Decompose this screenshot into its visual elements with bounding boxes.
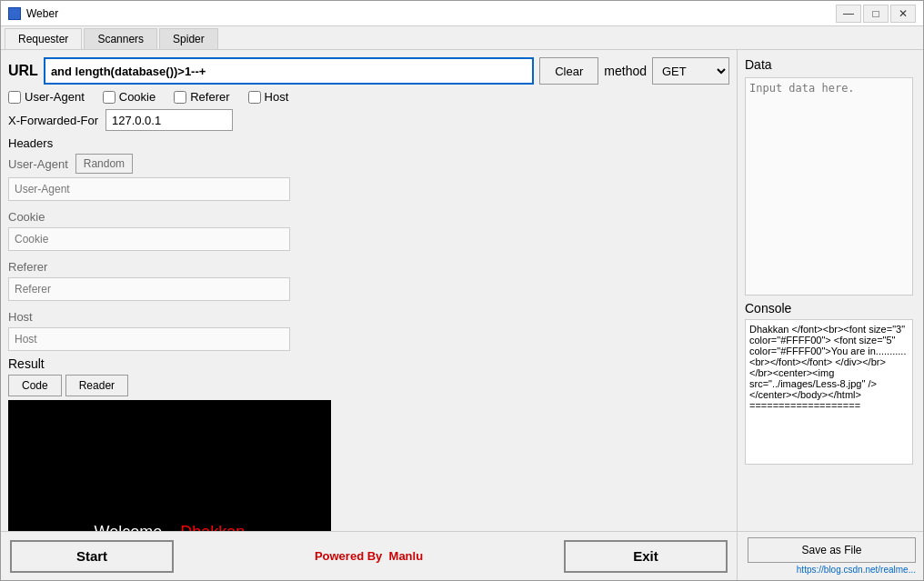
minimize-button[interactable]: — xyxy=(836,5,861,23)
tab-requester[interactable]: Requester xyxy=(5,28,82,49)
xforward-label: X-Forwarded-For xyxy=(8,114,98,127)
result-tabs: Code Reader xyxy=(8,375,345,396)
start-button[interactable]: Start xyxy=(10,540,174,573)
checkbox-row: User-Agent Cookie Referer Host xyxy=(8,90,729,104)
host-checkbox[interactable] xyxy=(248,91,261,104)
referer-label: Referer xyxy=(8,260,729,274)
result-line1: Welcome Dhakkan xyxy=(95,523,246,531)
user-agent-checkbox-item: User-Agent xyxy=(8,90,85,104)
code-tab[interactable]: Code xyxy=(8,375,62,396)
exit-button[interactable]: Exit xyxy=(564,540,728,573)
cookie-label: Cookie xyxy=(8,210,729,224)
host-checkbox-item: Host xyxy=(248,90,289,104)
result-title: Result xyxy=(8,356,345,371)
cookie-checkbox[interactable] xyxy=(103,91,116,104)
tab-bar: Requester Scanners Spider xyxy=(1,26,923,50)
bottom-row-inner: Start Powered By Manlu Exit xyxy=(1,532,737,580)
url-input[interactable] xyxy=(44,57,534,85)
right-sidebar-bottom: Save as File https://blog.csdn.net/realm… xyxy=(737,532,923,580)
headers-title: Headers xyxy=(8,136,729,150)
close-button[interactable]: ✕ xyxy=(890,5,916,23)
random-button[interactable]: Random xyxy=(75,154,133,174)
result-panel: Result Code Reader Welcome Dhakkan You a… xyxy=(8,356,345,531)
headers-section: Headers User-Agent Random Cookie Referer… xyxy=(8,136,729,351)
host-label: Host xyxy=(8,310,729,324)
console-title: Console xyxy=(745,301,916,316)
status-url: https://blog.csdn.net/realme... xyxy=(797,565,916,575)
user-agent-row-label: User-Agent xyxy=(8,157,68,171)
referer-checkbox[interactable] xyxy=(174,91,186,104)
window-title: Weber xyxy=(26,7,58,20)
save-as-file-button[interactable]: Save as File xyxy=(748,537,916,563)
referer-input[interactable] xyxy=(8,277,290,301)
host-input[interactable] xyxy=(8,327,290,351)
powered-by: Powered By Manlu xyxy=(315,549,423,563)
maximize-button[interactable]: □ xyxy=(863,5,889,23)
app-icon xyxy=(8,7,21,20)
xforward-input[interactable] xyxy=(105,109,233,131)
cookie-checkbox-item: Cookie xyxy=(103,90,156,104)
tab-scanners[interactable]: Scanners xyxy=(84,28,157,49)
reader-tab[interactable]: Reader xyxy=(65,375,128,396)
content-area: URL Clear method GET POST PUT DELETE HEA… xyxy=(1,50,923,531)
tab-spider[interactable]: Spider xyxy=(159,28,218,49)
user-agent-row: User-Agent Random xyxy=(8,154,729,174)
author-label: Manlu xyxy=(389,549,424,563)
data-textarea[interactable] xyxy=(745,77,913,296)
clear-button[interactable]: Clear xyxy=(539,57,598,85)
result-section: Result Code Reader Welcome Dhakkan You a… xyxy=(8,356,729,531)
title-bar-left: Weber xyxy=(8,7,58,20)
url-label: URL xyxy=(8,63,38,79)
user-agent-input[interactable] xyxy=(8,177,290,201)
right-sidebar: Data Console Dhakkan </font><br><font si… xyxy=(737,50,923,531)
console-output: Dhakkan </font><br><font size="3" color=… xyxy=(745,319,913,465)
url-row: URL Clear method GET POST PUT DELETE HEA… xyxy=(8,57,729,85)
cookie-input[interactable] xyxy=(8,227,290,251)
title-bar-buttons: — □ ✕ xyxy=(836,5,916,23)
data-title: Data xyxy=(745,57,916,72)
main-window: Weber — □ ✕ Requester Scanners Spider UR… xyxy=(0,0,924,581)
referer-checkbox-item: Referer xyxy=(174,90,229,104)
left-content: URL Clear method GET POST PUT DELETE HEA… xyxy=(1,50,737,531)
title-bar: Weber — □ ✕ xyxy=(1,1,923,26)
user-agent-checkbox[interactable] xyxy=(8,91,21,104)
xforward-row: X-Forwarded-For xyxy=(8,109,729,131)
bottom-row: Start Powered By Manlu Exit Save as File… xyxy=(1,531,923,580)
method-select[interactable]: GET POST PUT DELETE HEAD xyxy=(652,57,729,85)
method-label: method xyxy=(604,64,647,78)
console-section: Console Dhakkan </font><br><font size="3… xyxy=(745,301,916,465)
result-display: Welcome Dhakkan You are in........... xyxy=(8,400,331,531)
